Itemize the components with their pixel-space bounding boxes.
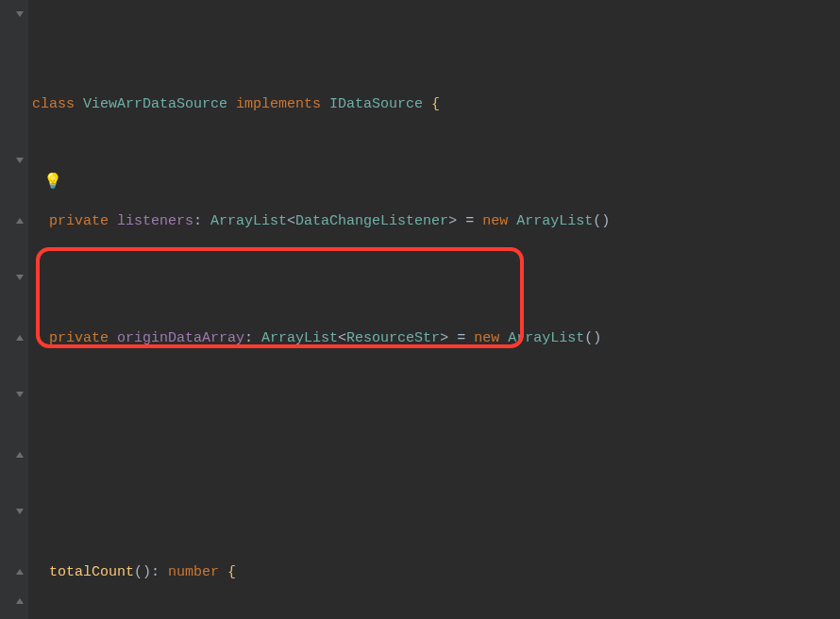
fold-icon[interactable] [14, 156, 25, 167]
keyword: private [49, 330, 117, 346]
type: ArrayList [210, 213, 287, 229]
property: originDataArray [117, 330, 244, 346]
code-line[interactable] [28, 441, 840, 470]
punct: < [338, 330, 346, 346]
fold-icon[interactable] [14, 507, 25, 518]
indent [32, 213, 49, 229]
code-editor[interactable]: 💡 class ViewArrDataSource implements IDa… [0, 0, 840, 619]
code-line[interactable]: totalCount(): number { [28, 558, 840, 587]
fold-close-icon[interactable] [14, 331, 25, 343]
code-area[interactable]: class ViewArrDataSource implements IData… [0, 2, 840, 619]
type: number [168, 564, 219, 580]
lightbulb-icon[interactable]: 💡 [43, 168, 62, 197]
punct: : [244, 330, 261, 346]
brace: { [423, 96, 440, 112]
type: IDataSource [329, 96, 423, 112]
property: listeners [117, 213, 193, 229]
fold-icon[interactable] [14, 273, 25, 284]
fold-close-icon[interactable] [14, 565, 25, 577]
keyword: private [49, 213, 117, 229]
indent [32, 330, 49, 346]
punct: () [584, 330, 601, 346]
type: DataChangeListener [295, 213, 448, 229]
code-line[interactable]: class ViewArrDataSource implements IData… [28, 90, 840, 119]
function: totalCount [49, 564, 134, 580]
fold-close-icon[interactable] [14, 214, 25, 226]
keyword: new [482, 213, 516, 229]
fold-icon[interactable] [14, 390, 25, 401]
type: ResourceStr [346, 330, 440, 346]
type: ArrayList [261, 330, 338, 346]
fold-close-icon[interactable] [14, 448, 25, 460]
code-line[interactable]: private listeners: ArrayList<DataChangeL… [28, 207, 840, 236]
punct: < [287, 213, 295, 229]
punct: > [448, 213, 457, 229]
code-line[interactable]: private originDataArray: ArrayList<Resou… [28, 324, 840, 353]
punct: = [448, 330, 474, 346]
indent [32, 564, 49, 580]
gutter [0, 0, 28, 619]
keyword: new [474, 330, 508, 346]
punct: : [193, 213, 210, 229]
punct: = [457, 213, 482, 229]
punct: : [151, 564, 168, 580]
punct: () [593, 213, 610, 229]
fold-close-icon[interactable] [14, 594, 25, 606]
keyword: class [32, 96, 83, 112]
type: ArrayList [516, 213, 593, 229]
keyword: implements [227, 96, 329, 112]
brace: { [219, 564, 236, 580]
type: ArrayList [508, 330, 584, 346]
punct: () [134, 564, 151, 580]
type: ViewArrDataSource [83, 96, 227, 112]
punct: > [440, 330, 448, 346]
fold-icon[interactable] [14, 9, 25, 21]
